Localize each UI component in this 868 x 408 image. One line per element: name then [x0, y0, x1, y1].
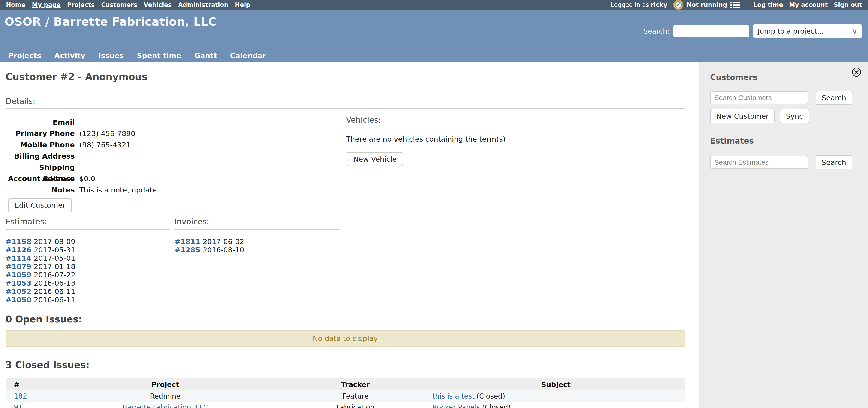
tab-issues[interactable]: Issues [98, 52, 124, 60]
timer-status-label[interactable]: Not running [687, 1, 727, 8]
field-primary-phone: Primary Phone (123) 456-7890 [5, 128, 346, 139]
issue-project-link[interactable]: Barrette Fabrication, LLC [123, 403, 208, 408]
vehicles-section: Vehicles: There are no vehicles containi… [346, 109, 685, 304]
field-label: Email [5, 116, 75, 128]
estimate-date: 2016-06-11 [34, 287, 75, 296]
new-vehicle-button[interactable]: New Vehicle [346, 152, 403, 166]
field-value: $0.0 [80, 173, 95, 184]
issue-id-link[interactable]: 182 [14, 392, 27, 400]
menu-home[interactable]: Home [6, 1, 25, 8]
menu-administration[interactable]: Administration [178, 1, 228, 8]
estimate-link[interactable]: #1079 [5, 262, 31, 271]
estimate-item: #10522016-06-11 [5, 287, 169, 296]
page-header: OSOR / Barrette Fabrication, LLC Search:… [0, 10, 868, 63]
estimate-item: #10792017-01-18 [5, 262, 169, 271]
search-customers-input[interactable] [710, 91, 808, 104]
sidebar-customers-heading: Customers [710, 73, 868, 82]
estimate-item: #10502016-06-11 [5, 296, 169, 304]
log-time-link[interactable]: Log time [753, 1, 783, 8]
logged-in-status: Logged in as ricky [611, 1, 667, 8]
closed-issues-heading: 3 Closed Issues: [5, 360, 685, 370]
menu-vehicles[interactable]: Vehicles [144, 1, 172, 8]
invoice-date: 2017-06-02 [203, 237, 244, 246]
tab-spent-time[interactable]: Spent time [137, 52, 181, 60]
sidebar-estimates-heading: Estimates [710, 136, 868, 145]
sign-out-link[interactable]: Sign out [834, 1, 862, 8]
clock-icon [673, 0, 683, 10]
top-menu-bar: Home My page Projects Customers Vehicles… [0, 0, 868, 10]
field-value: (98) 765-4321 [80, 139, 131, 150]
invoice-item: #18112017-06-02 [175, 237, 340, 246]
customer-details: Email Primary Phone (123) 456-7890 Mobil… [5, 109, 346, 304]
vehicles-heading: Vehicles: [346, 115, 685, 128]
estimate-link[interactable]: #1126 [5, 246, 31, 254]
estimate-date: 2016-07-22 [34, 271, 75, 279]
sync-button[interactable]: Sync [780, 109, 809, 123]
closed-issues-table: # Project Tracker Subject 182 Redmine Fe… [5, 378, 685, 408]
invoice-link[interactable]: #1811 [175, 237, 200, 246]
vehicles-empty-message: There are no vehicles containing the ter… [346, 135, 685, 143]
field-label: Billing Address [5, 150, 75, 162]
tab-gantt[interactable]: Gantt [194, 52, 217, 60]
field-value: This is a note, update [80, 184, 157, 196]
app-title: OSOR / Barrette Fabrication, LLC [5, 15, 216, 28]
estimate-date: 2017-05-31 [34, 246, 75, 254]
menu-customers[interactable]: Customers [101, 1, 137, 8]
issue-id-link[interactable]: 91 [14, 403, 23, 408]
field-label: Shipping Address [5, 162, 75, 173]
logged-in-prefix: Logged in as [611, 1, 649, 8]
estimate-link[interactable]: #1114 [5, 254, 31, 262]
estimates-list: #11582017-08-09 #11262017-05-31 #1114201… [5, 237, 169, 304]
new-customer-button[interactable]: New Customer [710, 109, 775, 123]
menu-help[interactable]: Help [235, 1, 250, 8]
estimate-item: #11582017-08-09 [5, 237, 169, 246]
issue-subject-link[interactable]: this is a test [432, 392, 475, 400]
estimate-item: #10592016-07-22 [5, 271, 169, 279]
issue-status: (Closed) [476, 392, 505, 400]
tab-activity[interactable]: Activity [55, 52, 85, 60]
estimate-date: 2016-06-11 [34, 296, 75, 304]
timer-list-icon[interactable] [731, 1, 740, 8]
field-billing-address: Billing Address [5, 150, 346, 162]
estimate-link[interactable]: #1059 [5, 271, 31, 279]
main-content: Customer #2 - Anonymous Details: Email P… [0, 63, 699, 408]
estimate-item: #10532016-06-13 [5, 279, 169, 287]
top-menu: Home My page Projects Customers Vehicles… [6, 1, 250, 8]
search-estimates-button[interactable]: Search [816, 155, 852, 169]
jump-to-project-select[interactable]: Jump to a project... ∨ [753, 24, 862, 38]
estimate-link[interactable]: #1050 [5, 296, 31, 304]
field-notes: Notes This is a note, update [5, 184, 346, 196]
search-estimates-input[interactable] [710, 156, 808, 169]
menu-my-page[interactable]: My page [32, 1, 60, 8]
estimate-link[interactable]: #1052 [5, 287, 31, 296]
logged-in-username[interactable]: ricky [651, 1, 667, 8]
edit-customer-button[interactable]: Edit Customer [8, 198, 72, 212]
search-input[interactable] [673, 25, 749, 37]
open-issues-heading: 0 Open Issues: [5, 314, 685, 325]
issue-subject-link[interactable]: Rocker Panels [432, 403, 480, 408]
page-title: Customer #2 - Anonymous [5, 71, 685, 82]
close-icon[interactable] [851, 67, 862, 77]
menu-projects[interactable]: Projects [67, 1, 95, 8]
jump-to-project-value: Jump to a project... [758, 27, 824, 35]
tab-calendar[interactable]: Calendar [230, 52, 266, 60]
column-header-tracker: Tracker [284, 378, 427, 390]
estimate-link[interactable]: #1053 [5, 279, 31, 287]
estimate-date: 2016-06-13 [34, 279, 75, 287]
column-header-subject: Subject [427, 378, 685, 390]
issue-tracker: Feature [342, 392, 369, 400]
estimate-link[interactable]: #1158 [5, 237, 31, 246]
table-row: 91 Barrette Fabrication, LLC Fabrication… [5, 402, 685, 408]
estimates-heading: Estimates: [5, 217, 169, 230]
main-nav-tabs: Projects Activity Issues Spent time Gant… [8, 52, 266, 60]
invoice-link[interactable]: #1285 [175, 246, 200, 254]
column-header-project: Project [46, 378, 284, 390]
my-account-link[interactable]: My account [789, 1, 828, 8]
invoice-item: #12852016-08-10 [175, 246, 340, 254]
invoices-list: #18112017-06-02 #12852016-08-10 [175, 237, 340, 254]
sidebar: Customers Search New Customer Sync Estim… [699, 63, 868, 408]
tab-projects[interactable]: Projects [8, 52, 41, 60]
field-label: Notes [5, 184, 75, 196]
invoices-heading: Invoices: [175, 217, 340, 230]
search-customers-button[interactable]: Search [816, 91, 852, 105]
